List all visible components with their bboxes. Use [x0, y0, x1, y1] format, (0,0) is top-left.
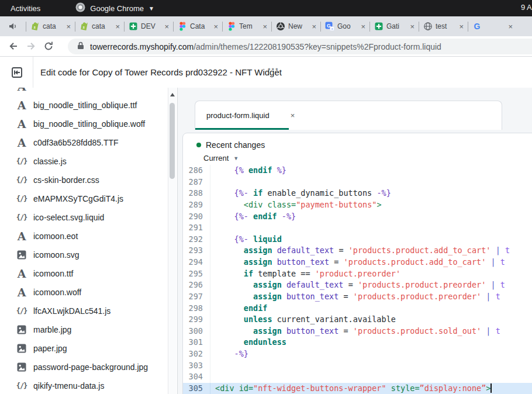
activities-button[interactable]: Activities	[11, 4, 40, 13]
line-number: 288	[183, 188, 210, 199]
lock-icon	[77, 42, 84, 52]
browser-tab[interactable]: test×	[419, 16, 468, 36]
tab-close-icon[interactable]: ×	[410, 23, 414, 30]
line-number: 296	[183, 279, 210, 291]
file-item[interactable]: A	[0, 88, 168, 96]
code-line[interactable]: 291	[183, 222, 532, 234]
tab-close-icon[interactable]: ×	[164, 23, 169, 30]
file-item[interactable]: Aicomoon.ttf	[0, 264, 168, 283]
browser-tab[interactable]: scata×	[75, 16, 124, 36]
code-line[interactable]: 305<div id="nft-widget-buttons-wrapper" …	[183, 383, 532, 394]
code-line[interactable]: 303	[183, 360, 532, 372]
editor-tab-close-icon[interactable]: ×	[291, 111, 295, 120]
file-item[interactable]: {/}cs-skin-border.css	[0, 171, 168, 189]
code-text: assign button_text = 'products.product.s…	[210, 326, 500, 337]
code-text: endunless	[210, 337, 286, 348]
code-text	[210, 222, 215, 234]
tab-close-icon[interactable]: ×	[508, 23, 513, 30]
file-item[interactable]: paper.jpg	[0, 339, 168, 358]
address-bar[interactable]: towerrecords.myshopify.com/admin/themes/…	[68, 39, 532, 54]
file-item[interactable]: {/}lfcAXLwjkDALc541.js	[0, 302, 168, 320]
code-line[interactable]: 295 if template == 'product.preorder'	[183, 268, 532, 280]
code-line[interactable]: 286 {% endif %}	[183, 165, 532, 177]
code-line[interactable]: 302 -%}	[183, 348, 532, 360]
file-item[interactable]: {/}qikify-tmenu-data.js	[0, 376, 168, 394]
tab-close-icon[interactable]: ×	[312, 23, 316, 30]
code-line[interactable]: 300 assign button_text = 'products.produ…	[183, 326, 532, 337]
file-name: ico-select.svg.liquid	[33, 213, 104, 222]
code-line[interactable]: 290 {%- endif -%}	[183, 211, 532, 223]
tab-close-icon[interactable]: ×	[66, 23, 71, 30]
browser-tab[interactable]: G×	[468, 16, 517, 36]
code-line[interactable]: 297 assign button_text = 'products.produ…	[183, 291, 532, 303]
speaker-icon	[0, 16, 26, 36]
code-text: endif	[210, 303, 267, 314]
browser-tab-strip: scata×scata×DEV×Cata×Tem×New×GxGoo×Gati×…	[0, 16, 532, 36]
editor-tab-product-form[interactable]: product-form.liquid ×	[195, 101, 295, 130]
version-dropdown[interactable]: Current ▼	[203, 154, 532, 163]
tab-close-icon[interactable]: ×	[262, 23, 267, 30]
file-item[interactable]: {/}eMAPMXSyTCgGdiT4.js	[0, 189, 168, 208]
code-line[interactable]: 294 assign button_text = 'products.produ…	[183, 257, 532, 268]
code-line[interactable]: 304	[183, 371, 532, 383]
overflow-menu-button[interactable]: •••	[268, 65, 279, 74]
scrollbar-up-arrow-icon[interactable]	[170, 93, 175, 96]
file-item[interactable]: {/}classie.js	[0, 152, 168, 171]
code-text	[210, 177, 215, 188]
app-menu[interactable]: Google Chrome ▼	[75, 2, 154, 14]
line-number: 299	[183, 314, 210, 326]
browser-tab[interactable]: DEV×	[125, 16, 173, 36]
line-number: 298	[183, 303, 210, 314]
file-name: marble.jpg	[33, 325, 71, 334]
tab-title: Tem	[239, 22, 260, 30]
file-item[interactable]: icomoon.svg	[0, 246, 168, 264]
code-text	[210, 360, 215, 372]
browser-tab[interactable]: scata×	[26, 16, 75, 36]
code-line[interactable]: 292 {%- liquid	[183, 234, 532, 246]
code-line[interactable]: 301 endunless	[183, 337, 532, 348]
file-item[interactable]: Abig_noodle_titling_oblique.ttf	[0, 96, 168, 115]
page-title: Edit code for Copy of Tower Records prd0…	[40, 67, 282, 77]
browser-tab[interactable]: GxGoo×	[321, 16, 369, 36]
browser-tab[interactable]: New×	[272, 16, 320, 36]
tab-close-icon[interactable]: ×	[115, 23, 120, 30]
code-line[interactable]: 287	[183, 177, 532, 188]
scrollbar-thumb[interactable]	[170, 103, 175, 179]
reload-button[interactable]	[40, 41, 57, 51]
code-line[interactable]: 298 endif	[183, 303, 532, 314]
code-line[interactable]: 288 {%- if enable_dynamic_buttons -%}	[183, 188, 532, 199]
file-item[interactable]: Aicomoon.woff	[0, 283, 168, 302]
tab-title: test	[436, 22, 456, 30]
line-number: 292	[183, 234, 210, 246]
file-item[interactable]: {/}ico-select.svg.liquid	[0, 208, 168, 227]
tab-close-icon[interactable]: ×	[459, 23, 464, 30]
browser-tab[interactable]: Tem×	[223, 16, 271, 36]
url-domain: towerrecords.myshopify.com	[90, 42, 194, 51]
code-text	[210, 371, 215, 383]
code-text: <div id="nft-widget-buttons-wrapper" sty…	[210, 383, 492, 394]
file-item[interactable]: Abig_noodle_titling_oblique.woff	[0, 115, 168, 133]
code-line[interactable]: 289 <div class="payment-buttons">	[183, 199, 532, 211]
code-line[interactable]: 293 assign default_text = 'products.prod…	[183, 245, 532, 257]
forward-button[interactable]	[22, 40, 40, 52]
browser-tab[interactable]: Gati×	[370, 16, 419, 36]
line-number: 301	[183, 337, 210, 348]
file-name: icomoon.eot	[33, 231, 78, 241]
code-lines: 286 {% endif %}287288 {%- if enable_dyna…	[183, 165, 532, 394]
file-item[interactable]: Aicomoon.eot	[0, 227, 168, 246]
tab-close-icon[interactable]: ×	[361, 23, 365, 30]
line-number: 297	[183, 291, 210, 303]
back-button[interactable]	[5, 40, 22, 52]
browser-tab[interactable]: Cata×	[174, 16, 222, 36]
sidebar-scrollbar[interactable]	[168, 88, 177, 394]
file-item[interactable]: marble.jpg	[0, 320, 168, 339]
editor-tab-label: product-form.liquid	[206, 111, 270, 120]
code-line[interactable]: 299 unless current_variant.available	[183, 314, 532, 326]
tab-close-icon[interactable]: ×	[213, 23, 218, 30]
code-file-icon: {/}	[16, 382, 27, 390]
code-line[interactable]: 296 assign default_text = 'products.prod…	[183, 279, 532, 291]
file-item[interactable]: password-page-background.jpg	[0, 358, 168, 376]
image-file-icon	[16, 362, 27, 372]
exit-code-editor-icon[interactable]	[10, 65, 24, 80]
file-item[interactable]: Ac0df3a6b528fdd85.TTF	[0, 133, 168, 152]
